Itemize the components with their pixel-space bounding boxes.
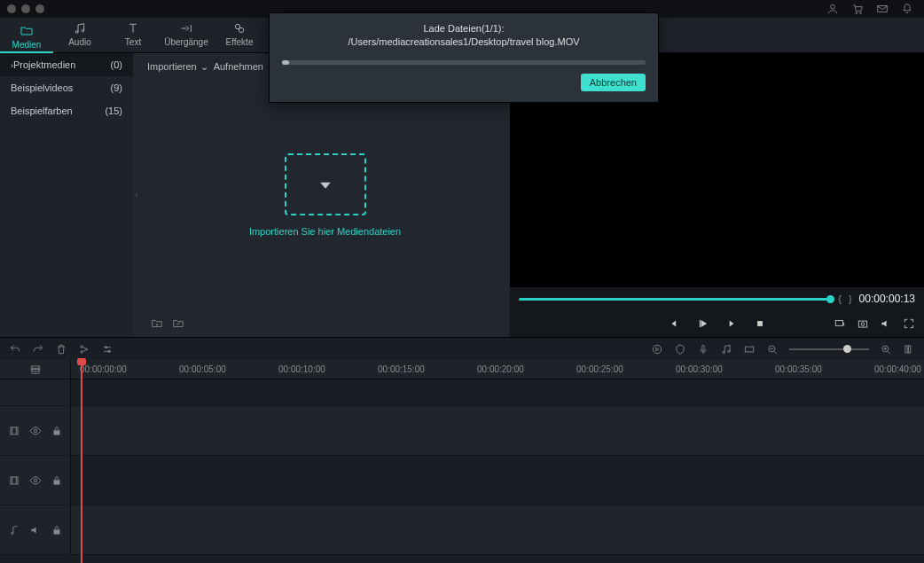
track-head-audio bbox=[0, 505, 71, 554]
voiceover-icon[interactable] bbox=[697, 343, 709, 356]
svg-point-2 bbox=[860, 12, 862, 14]
adjust-icon[interactable] bbox=[101, 343, 114, 356]
timeline-settings-icon[interactable] bbox=[903, 343, 915, 356]
tab-media[interactable]: Medien bbox=[0, 18, 53, 53]
sidebar-item-label: Beispielvideos bbox=[11, 82, 73, 93]
sidebar-item-count: (0) bbox=[111, 59, 122, 70]
film-icon bbox=[8, 425, 20, 437]
stop-button[interactable] bbox=[754, 317, 766, 330]
svg-rect-29 bbox=[10, 426, 17, 434]
record-menu[interactable]: Aufnehmen ⌄ bbox=[214, 61, 275, 73]
redo-icon[interactable] bbox=[32, 343, 44, 356]
mail-icon[interactable] bbox=[876, 3, 889, 15]
traffic-close[interactable] bbox=[7, 4, 16, 13]
svg-rect-25 bbox=[905, 345, 907, 352]
svg-rect-27 bbox=[31, 365, 39, 367]
cart-icon[interactable] bbox=[851, 3, 864, 15]
tab-effects[interactable]: Effekte bbox=[213, 18, 266, 47]
cancel-button[interactable]: Abbrechen bbox=[581, 74, 646, 91]
chevron-down-icon: ⌄ bbox=[200, 61, 208, 73]
track-head-video-2 bbox=[0, 406, 71, 455]
sidebar-item-project-media[interactable]: ›Projektmedien (0) bbox=[0, 53, 133, 76]
tab-label: Effekte bbox=[226, 37, 254, 47]
track-body[interactable] bbox=[71, 379, 924, 405]
timeline-tracks bbox=[0, 379, 924, 563]
mark-in-brace[interactable]: { bbox=[838, 293, 842, 304]
track-body[interactable] bbox=[71, 406, 924, 455]
delete-icon[interactable] bbox=[55, 343, 67, 356]
eye-icon[interactable] bbox=[29, 474, 42, 487]
marker-icon[interactable] bbox=[674, 343, 686, 356]
svg-rect-22 bbox=[745, 347, 753, 352]
track-head-video-1 bbox=[0, 456, 71, 504]
lock-icon[interactable] bbox=[51, 524, 63, 536]
ruler-mark: 00:00:35:00 bbox=[775, 364, 822, 374]
eye-icon[interactable] bbox=[29, 425, 42, 437]
preview-scrubber[interactable] bbox=[519, 298, 831, 301]
speaker-icon[interactable] bbox=[29, 524, 42, 536]
svg-point-15 bbox=[81, 350, 82, 352]
traffic-min[interactable] bbox=[21, 4, 30, 13]
add-folder-icon[interactable] bbox=[151, 317, 163, 330]
volume-icon[interactable] bbox=[880, 317, 892, 330]
track-head-overlay bbox=[0, 379, 71, 405]
render-icon[interactable] bbox=[651, 343, 663, 356]
snapshot-icon[interactable] bbox=[857, 317, 869, 330]
aspect-icon[interactable] bbox=[743, 343, 756, 356]
sidebar-item-sample-colors[interactable]: Beispielfarben (15) bbox=[0, 99, 133, 122]
svg-rect-28 bbox=[31, 369, 39, 371]
preview-quality-icon[interactable] bbox=[834, 317, 846, 330]
play-button[interactable] bbox=[697, 317, 709, 330]
ruler-mark: 00:00:25:00 bbox=[576, 364, 623, 374]
svg-rect-26 bbox=[908, 345, 910, 352]
svg-point-21 bbox=[728, 350, 730, 352]
ruler-mark: 00:00:10:00 bbox=[278, 364, 325, 374]
svg-point-5 bbox=[82, 29, 84, 32]
tab-transitions[interactable]: Übergänge bbox=[160, 18, 213, 47]
zoom-slider[interactable] bbox=[789, 348, 869, 350]
film-icon bbox=[8, 474, 20, 487]
svg-rect-34 bbox=[53, 480, 59, 484]
sidebar-item-sample-videos[interactable]: Beispielvideos (9) bbox=[0, 76, 133, 99]
sidebar-collapse-handle[interactable]: ‹ bbox=[133, 53, 140, 337]
loading-dialog: Lade Dateien(1/1): /Users/mediacreations… bbox=[269, 12, 659, 103]
timeline-ruler[interactable]: 00:00:00:0000:00:05:0000:00:10:0000:00:1… bbox=[0, 360, 924, 379]
ruler-mark: 00:00:30:00 bbox=[676, 364, 723, 374]
zoom-out-icon[interactable] bbox=[766, 343, 779, 356]
svg-point-20 bbox=[723, 351, 724, 353]
sidebar-item-count: (9) bbox=[111, 82, 122, 93]
zoom-in-icon[interactable] bbox=[880, 343, 892, 356]
undo-icon[interactable] bbox=[9, 343, 21, 356]
media-drop-zone[interactable]: Importieren Sie hier Mediendateien bbox=[140, 80, 510, 310]
split-icon[interactable] bbox=[78, 343, 90, 356]
svg-rect-31 bbox=[53, 430, 59, 434]
folder-link-icon[interactable] bbox=[172, 317, 184, 330]
track-body[interactable] bbox=[71, 456, 924, 504]
tab-label: Medien bbox=[12, 40, 42, 50]
manage-tracks-icon[interactable] bbox=[29, 364, 42, 376]
bell-icon[interactable] bbox=[901, 3, 913, 15]
tab-label: Audio bbox=[68, 37, 91, 47]
track-body[interactable] bbox=[71, 505, 924, 554]
svg-point-7 bbox=[239, 27, 243, 32]
playhead[interactable] bbox=[81, 360, 82, 563]
traffic-max[interactable] bbox=[35, 4, 44, 13]
lock-icon[interactable] bbox=[51, 425, 63, 437]
mark-out-brace[interactable]: } bbox=[849, 293, 852, 304]
loading-dialog-path: /Users/mediacreationsales1/Desktop/trave… bbox=[282, 35, 646, 49]
svg-point-18 bbox=[653, 345, 661, 353]
fullscreen-icon[interactable] bbox=[903, 317, 915, 330]
import-menu[interactable]: Importieren ⌄ bbox=[147, 61, 208, 73]
tab-audio[interactable]: Audio bbox=[53, 18, 106, 47]
mixer-icon[interactable] bbox=[720, 343, 732, 356]
prev-frame-button[interactable] bbox=[669, 317, 681, 330]
svg-point-13 bbox=[861, 323, 865, 326]
tab-text[interactable]: Text bbox=[106, 18, 160, 47]
lock-icon[interactable] bbox=[51, 474, 63, 487]
next-frame-button[interactable] bbox=[725, 317, 738, 330]
user-icon[interactable] bbox=[826, 3, 839, 15]
tab-label: Übergänge bbox=[164, 37, 208, 47]
svg-point-30 bbox=[34, 429, 37, 433]
ruler-mark: 00:00:05:00 bbox=[179, 364, 226, 374]
svg-point-1 bbox=[856, 12, 857, 14]
